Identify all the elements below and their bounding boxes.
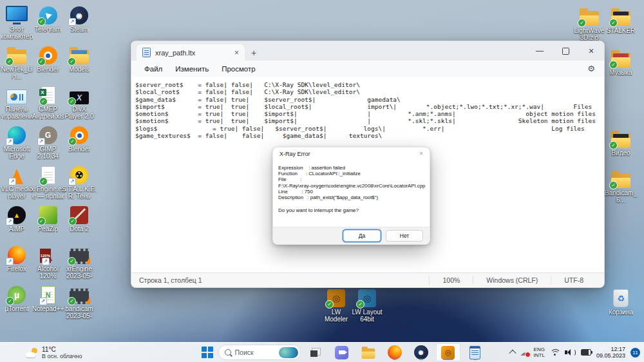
desktop-icon-peazip-16[interactable]: ✓PeaZip: [32, 204, 64, 233]
desktop-icon-lw-orange-0[interactable]: ◎✓LW Modeler 64bit: [320, 287, 352, 323]
close-button[interactable]: ×: [578, 41, 604, 61]
folder-icon: ✓: [7, 44, 26, 64]
tab-xray-path[interactable]: xray_path.ltx ×: [137, 44, 245, 61]
cursor-position: Строка 1, столбец 1: [139, 276, 429, 284]
desktop-icon-edge-9[interactable]: ↗Microsoft Edge: [1, 124, 33, 160]
desktop-icon-folder-dark-1[interactable]: ✓STALKER: [605, 5, 637, 34]
taskbar-explorer-button[interactable]: [357, 344, 380, 361]
taskbar-taskview-button[interactable]: [304, 344, 327, 361]
notepad-titlebar[interactable]: xray_path.ltx × + — ×: [131, 41, 604, 61]
lw-blue-icon: ◎✓: [358, 287, 376, 307]
desktop-icon-folder-music-2[interactable]: ✓Музыка: [605, 47, 637, 76]
language-top: ENG: [534, 347, 545, 352]
desktop-icon-steam-2[interactable]: ◉↗Steam: [63, 4, 95, 33]
desktop-icon-dota-17[interactable]: ✓Dota 2: [63, 204, 95, 233]
steam-icon: ◉: [414, 345, 428, 359]
desktop-icon-blender-11[interactable]: ✓Blender: [63, 124, 95, 153]
zoom-level[interactable]: 100%: [429, 276, 473, 285]
firefox-icon: ↗: [8, 243, 26, 264]
desktop-icon-label: xrEngine.exe — ярлык: [31, 186, 66, 200]
taskbar-steam-button[interactable]: ◉: [410, 344, 433, 361]
shortcut-arrow-badge-icon: ↗: [6, 258, 14, 265]
dialog-close-icon[interactable]: ×: [419, 150, 423, 157]
system-tray: ☁ ENG INTL 12:17 09.05.2023 11: [510, 343, 640, 362]
clock[interactable]: 12:17 09.05.2023: [596, 346, 625, 359]
desktop-icon-aimp-15[interactable]: ▲↗AIMP: [1, 204, 33, 233]
desktop-icon-firefox-18[interactable]: ↗Firefox: [1, 243, 33, 272]
taskbar-firefox-button[interactable]: [383, 344, 406, 361]
maximize-icon: [562, 48, 569, 55]
desktop-icon-radiation-14[interactable]: ☢↗S.T.A.L.K.E.R. Тень Черн...: [63, 164, 95, 200]
sync-check-badge-icon: ✓: [578, 19, 586, 27]
start-button[interactable]: [200, 344, 215, 361]
minimize-button[interactable]: —: [527, 41, 553, 61]
monitor-icon: [6, 4, 28, 24]
weather-temp: 11°C: [42, 346, 82, 353]
notification-badge[interactable]: 11: [630, 348, 640, 357]
yes-button[interactable]: Да: [343, 230, 381, 242]
desktop-icon-label: Telegram: [35, 26, 61, 33]
tab-title: xray_path.ltx: [155, 49, 195, 57]
search-input[interactable]: Поиск: [218, 345, 301, 360]
wifi-icon[interactable]: [550, 349, 560, 356]
notepadpp-icon: N↗: [41, 283, 55, 304]
menu-file[interactable]: Файл: [138, 65, 169, 73]
desktop-icon-folder-blue-5[interactable]: ✓Models: [63, 44, 95, 73]
desktop-icon-excel-7[interactable]: X✓СМЕР Андрей.xlsx: [32, 84, 64, 120]
blender-icon: ✓: [39, 44, 57, 64]
taskbar-notepad-button[interactable]: [464, 344, 487, 361]
maximize-button[interactable]: [553, 41, 578, 61]
tab-close-icon[interactable]: ×: [234, 49, 239, 57]
gear-icon[interactable]: ⚙: [587, 64, 595, 73]
dota-icon: ✓: [70, 204, 88, 224]
desktop-icon-film-23[interactable]: ✓bandicam 2023-05-08 ...: [63, 283, 95, 319]
weather-condition: В осн. облачно: [42, 353, 82, 359]
folder-icon: ✓: [580, 5, 599, 26]
onedrive-error-icon[interactable]: ☁: [520, 348, 529, 357]
time: 12:17: [611, 346, 625, 352]
desktop-icon-alcohol-19[interactable]: A120%↗Alcohol 120%: [32, 243, 64, 280]
desktop-icon-folder-dark-3[interactable]: ✓Видео: [605, 128, 637, 157]
battery-icon[interactable]: [581, 349, 591, 356]
sync-check-badge-icon: ✓: [68, 137, 77, 146]
desktop-icon-doc-13[interactable]: ✓xrEngine.exe — ярлык: [32, 164, 64, 200]
alcohol-icon: A120%↗: [44, 243, 53, 264]
desktop-icon-notepadpp-22[interactable]: N↗Notepad++: [32, 283, 64, 312]
desktop-icon-label: AIMP: [9, 225, 24, 233]
desktop-icon-divx-8[interactable]: X✓DivX Player 2.0 Alpha: [63, 84, 95, 120]
volume-icon[interactable]: [565, 349, 576, 356]
sync-check-badge-icon: ✓: [356, 300, 365, 309]
sync-check-badge-icon: ✓: [37, 17, 46, 26]
encoding[interactable]: UTF-8: [551, 276, 596, 285]
line-ending[interactable]: Windows (CRLF): [473, 276, 551, 285]
taskbar-chat-button[interactable]: [330, 344, 354, 361]
desktop-icon-folder-3[interactable]: ✓NewTek_Lig...: [1, 44, 33, 80]
desktop-icon-blender-4[interactable]: ✓Blender: [32, 44, 64, 73]
desktop-icon-film-20[interactable]: ✓xrEngine 2023-05-07 ...: [63, 243, 95, 280]
new-tab-icon[interactable]: +: [251, 48, 256, 57]
desktop-icon-gimp-10[interactable]: G↗GIMP 2.10.34: [32, 124, 64, 160]
taskbar-lightwave-modeler-button[interactable]: ◎: [436, 343, 460, 361]
weather-widget[interactable]: 11°C В осн. облачно: [26, 343, 82, 362]
desktop-icon-utorrent-21[interactable]: µ✓µTorrent: [1, 283, 33, 312]
desktop-icon-recycle-5[interactable]: ♻Корзина: [605, 287, 637, 316]
tray-chevron-up-icon[interactable]: [509, 350, 516, 357]
desktop-icon-label: СМЕР Андрей.xlsx: [31, 106, 66, 120]
desktop-icon-folder-0[interactable]: ✓LightWave 3D.zip: [573, 5, 605, 41]
language-indicator[interactable]: ENG INTL: [534, 347, 545, 358]
dialog-titlebar[interactable]: X-Ray Error ×: [273, 148, 430, 160]
desktop-icon-telegram-1[interactable]: ✓Telegram: [32, 4, 64, 33]
language-bottom: INTL: [534, 352, 545, 358]
desktop-icon-controlpanel-6[interactable]: Панель управления: [1, 84, 33, 120]
sync-check-badge-icon: ✓: [609, 181, 618, 189]
menu-edit[interactable]: Изменить: [169, 65, 215, 73]
desktop-icon-lw-blue-1[interactable]: ◎✓LW Layout 64bit: [351, 287, 383, 323]
desktop-icon-folder-4[interactable]: ✓Bandicam_6...: [605, 167, 637, 204]
sync-check-badge-icon: ✓: [39, 177, 48, 186]
folder-blue-icon: ✓: [70, 44, 89, 64]
aimp-icon: ▲↗: [8, 204, 26, 224]
no-button[interactable]: Нет: [386, 230, 423, 242]
menu-view[interactable]: Просмотр: [215, 65, 262, 73]
desktop-icon-vlc-12[interactable]: ↗VLC media player: [1, 164, 33, 200]
desktop-icon-monitor-0[interactable]: Этот компьютер: [1, 4, 33, 40]
